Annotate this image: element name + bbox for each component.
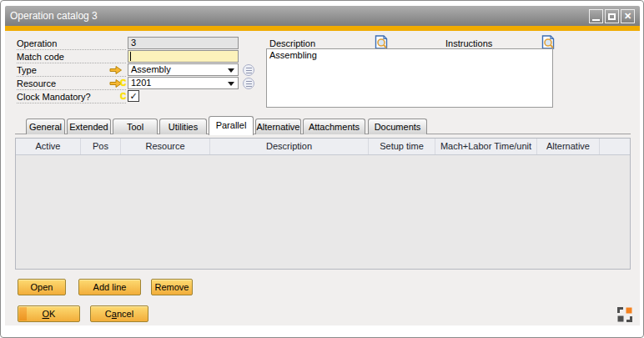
resize-grip-icon[interactable] [617,307,632,322]
operation-catalog-window: Operation catalog 3 ✕ Operation Match co… [0,0,644,338]
operation-field: 3 [128,37,239,49]
close-button[interactable]: ✕ [621,9,635,23]
window-titlebar[interactable]: Operation catalog 3 ✕ [5,6,640,26]
tab-utilities[interactable]: Utilities [159,119,207,134]
resource-pending-value-marker: C [120,78,127,88]
description-label: Description [269,38,315,48]
tab-parallel[interactable]: Parallel [209,116,254,135]
table-header-row: Active Pos Resource Description Setup ti… [16,139,630,155]
maximize-button[interactable] [605,9,619,23]
minimize-button[interactable] [589,9,603,23]
column-header-alternative[interactable]: Alternative [537,139,600,154]
column-header-mach-labor[interactable]: Mach+Labor Time/unit [435,139,537,154]
close-icon: ✕ [624,12,631,21]
tab-attachments[interactable]: Attachments [303,119,365,134]
add-line-button-label: Add line [93,282,127,292]
instructions-zoom-document-icon[interactable] [541,35,555,49]
open-button[interactable]: Open [18,279,66,295]
tab-extended[interactable]: Extended [67,119,111,134]
type-link-arrow-icon[interactable] [109,65,123,75]
remove-button-label: Remove [155,282,189,292]
window-controls: ✕ [589,9,635,23]
tab-documents[interactable]: Documents [368,119,427,134]
type-choose-from-list-button[interactable] [243,64,254,76]
column-header-resource[interactable]: Resource [121,139,210,154]
chevron-down-icon[interactable] [228,68,234,73]
resource-dropdown-value: 1201 [131,78,151,88]
column-header-pos[interactable]: Pos [81,139,121,154]
ok-button-label: OK [43,309,56,319]
parallel-resources-table: Active Pos Resource Description Setup ti… [15,138,631,270]
tab-general[interactable]: General [26,119,65,134]
ok-button[interactable]: OK [18,305,80,322]
column-header-active[interactable]: Active [16,139,81,154]
tab-tool[interactable]: Tool [113,119,158,134]
cancel-button-label: Cancel [105,309,133,319]
clock-pending-value-marker: C [120,92,127,102]
table-body-empty[interactable] [16,155,630,269]
operation-label: Operation [17,38,126,50]
clock-mandatory-label: Clock Mandatory? [17,92,126,103]
maximize-icon [608,13,616,20]
resource-dropdown[interactable]: 1201 [128,77,239,89]
cancel-button[interactable]: Cancel [90,305,148,322]
remove-button[interactable]: Remove [151,279,193,295]
type-dropdown-value: Assembly [131,64,171,74]
match-code-label: Match code [17,52,126,63]
choose-from-list-icon [246,68,252,73]
add-line-button[interactable]: Add line [78,279,141,295]
chevron-down-icon[interactable] [228,82,234,86]
description-textarea[interactable]: Assembling [266,48,553,108]
choose-from-list-icon [246,81,252,87]
description-zoom-document-icon[interactable] [375,35,388,49]
minimize-icon [592,19,600,21]
tab-alternative[interactable]: Alternative [255,119,301,134]
window-title: Operation catalog 3 [10,6,98,26]
clock-mandatory-checkbox[interactable]: ✓ [128,90,139,102]
column-header-setup-time[interactable]: Setup time [369,139,435,154]
type-dropdown[interactable]: Assembly [128,63,239,76]
column-header-description[interactable]: Description [210,139,369,154]
open-button-label: Open [31,282,53,292]
text-caret [130,52,131,61]
resource-choose-from-list-button[interactable] [243,78,254,89]
match-code-input[interactable] [128,50,239,63]
default-button-indicator [19,307,27,320]
instructions-label: Instructions [445,38,492,48]
column-header-filler [600,139,630,154]
